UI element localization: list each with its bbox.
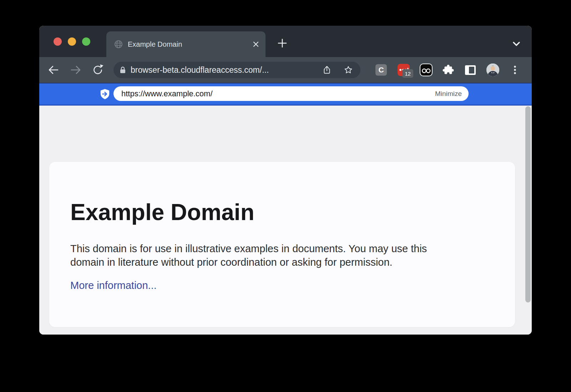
extension-password-manager-icon[interactable]: 12: [398, 64, 410, 76]
reload-button[interactable]: [91, 63, 104, 76]
browser-window: Example Domain: [39, 26, 532, 335]
extension-c-icon[interactable]: C: [375, 64, 387, 76]
side-panel-inner: [469, 67, 474, 73]
page-body-text: This domain is for use in illustrative e…: [70, 242, 427, 269]
tab-example-domain[interactable]: Example Domain: [106, 31, 266, 57]
isolation-bar: https://www.example.com/ Minimize: [39, 83, 532, 106]
bookmark-star-icon[interactable]: [344, 66, 353, 74]
forward-button[interactable]: [69, 63, 82, 76]
profile-avatar[interactable]: [486, 63, 499, 76]
minimize-window-button[interactable]: [68, 37, 76, 46]
vertical-scrollbar[interactable]: [525, 106, 531, 302]
side-panel-outer: [465, 65, 476, 75]
zoom-window-button[interactable]: [82, 37, 90, 46]
browser-menu-kebab-icon[interactable]: [509, 63, 521, 76]
side-panel-icon[interactable]: [464, 63, 477, 76]
page-title: Example Domain: [70, 199, 254, 225]
close-window-button[interactable]: [54, 37, 62, 46]
page-viewport: Example Domain This domain is for use in…: [39, 106, 532, 335]
omnibox[interactable]: browser-beta.cloudflareaccess.com/...: [113, 62, 360, 78]
tab-title: Example Domain: [128, 31, 182, 57]
isolation-url-field[interactable]: https://www.example.com/ Minimize: [113, 86, 469, 101]
tab-strip: Example Domain: [39, 26, 532, 57]
more-information-link[interactable]: More information...: [70, 280, 157, 291]
isolation-shield-icon[interactable]: [100, 88, 110, 100]
browser-toolbar: browser-beta.cloudflareaccess.com/... C: [39, 57, 532, 83]
extensions-puzzle-icon[interactable]: [442, 63, 455, 76]
globe-favicon-icon: [114, 40, 123, 49]
extension-two-circles-icon[interactable]: [420, 63, 433, 76]
new-tab-button[interactable]: [276, 36, 289, 50]
body-line-2: domain in literature without prior coord…: [70, 255, 427, 269]
body-line-1: This domain is for use in illustrative e…: [70, 242, 427, 255]
share-icon[interactable]: [323, 66, 331, 74]
extension-c-label: C: [378, 66, 384, 74]
isolation-url-text[interactable]: https://www.example.com/: [121, 89, 435, 98]
lock-icon[interactable]: [119, 66, 127, 74]
screenshot-stage: Example Domain: [0, 0, 571, 392]
chevron-down-icon[interactable]: [510, 37, 523, 51]
example-domain-card: Example Domain This domain is for use in…: [49, 162, 515, 327]
minimize-bar-button[interactable]: Minimize: [435, 90, 462, 98]
omnibox-url[interactable]: browser-beta.cloudflareaccess.com/...: [131, 65, 323, 75]
extension-badge-count: 12: [402, 69, 413, 78]
tab-close-icon[interactable]: [252, 40, 260, 48]
back-button[interactable]: [47, 63, 60, 76]
